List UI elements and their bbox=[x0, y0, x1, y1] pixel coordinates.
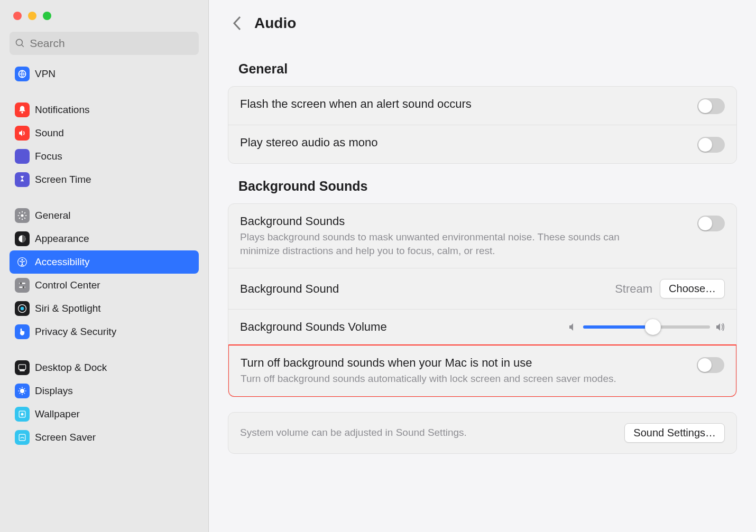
search-icon bbox=[15, 38, 25, 49]
sidebar-item-label: Privacy & Security bbox=[35, 326, 116, 338]
mono-audio-toggle[interactable] bbox=[697, 137, 725, 153]
maximize-window-button[interactable] bbox=[43, 12, 51, 20]
sidebar-item-vpn[interactable]: VPN bbox=[10, 62, 199, 86]
page-title: Audio bbox=[254, 15, 296, 32]
turnoff-label: Turn off background sounds when your Mac… bbox=[241, 356, 697, 370]
svg-point-10 bbox=[20, 282, 22, 284]
header: Audio bbox=[228, 0, 737, 46]
volume-slider[interactable] bbox=[583, 325, 710, 329]
sidebar-item-desktop-dock[interactable]: Desktop & Dock bbox=[10, 356, 199, 379]
close-window-button[interactable] bbox=[13, 12, 22, 20]
background-sounds-volume-label: Background Sounds Volume bbox=[240, 320, 568, 334]
sidebar-item-label: Focus bbox=[35, 151, 62, 162]
svg-point-7 bbox=[21, 259, 23, 260]
background-sound-label: Background Sound bbox=[240, 282, 615, 296]
flash-screen-toggle[interactable] bbox=[697, 98, 725, 114]
hand-icon bbox=[15, 324, 30, 339]
turnoff-toggle[interactable] bbox=[697, 357, 724, 373]
sidebar-item-screen-saver[interactable]: Screen Saver bbox=[10, 426, 199, 449]
sidebar-item-general[interactable]: General bbox=[10, 204, 199, 227]
background-sounds-volume-row: Background Sounds Volume bbox=[228, 310, 736, 345]
back-button[interactable] bbox=[228, 14, 247, 33]
sidebar-item-label: VPN bbox=[35, 68, 56, 80]
svg-point-13 bbox=[21, 307, 24, 311]
sidebar-item-sound[interactable]: Sound bbox=[10, 122, 199, 145]
chevron-left-icon bbox=[233, 16, 242, 31]
background-sounds-enable-desc: Plays background sounds to mask unwanted… bbox=[240, 230, 621, 257]
section-title-background-sounds: Background Sounds bbox=[238, 179, 737, 194]
svg-point-11 bbox=[22, 286, 24, 288]
sidebar-item-label: Control Center bbox=[35, 279, 100, 291]
svg-point-16 bbox=[20, 389, 24, 393]
moon-icon bbox=[15, 149, 30, 164]
general-panel: Flash the screen when an alert sound occ… bbox=[228, 86, 737, 164]
background-sounds-enable-label: Background Sounds bbox=[240, 214, 697, 228]
sidebar: VPNNotificationsSoundFocusScreen TimeGen… bbox=[0, 0, 209, 532]
sidebar-item-accessibility[interactable]: Accessibility bbox=[10, 250, 199, 274]
screensaver-icon bbox=[15, 430, 30, 445]
svg-point-4 bbox=[21, 214, 24, 217]
background-sounds-enable-row: Background Sounds Plays background sound… bbox=[228, 204, 736, 268]
volume-low-icon bbox=[568, 322, 578, 332]
main-content: Audio General Flash the screen when an a… bbox=[209, 0, 756, 532]
sound-settings-info: System volume can be adjusted in Sound S… bbox=[240, 427, 624, 438]
sidebar-item-label: Siri & Spotlight bbox=[35, 303, 101, 314]
choose-sound-button[interactable]: Choose… bbox=[660, 279, 725, 298]
volume-high-icon bbox=[715, 322, 725, 332]
svg-rect-14 bbox=[19, 365, 25, 369]
minimize-window-button[interactable] bbox=[28, 12, 36, 20]
siri-icon bbox=[15, 301, 30, 316]
accessibility-icon bbox=[15, 255, 30, 269]
display-icon bbox=[15, 384, 30, 398]
sidebar-item-appearance[interactable]: Appearance bbox=[10, 227, 199, 250]
controls-icon bbox=[15, 278, 30, 293]
sidebar-item-control-center[interactable]: Control Center bbox=[10, 274, 199, 297]
turnoff-desc: Turn off background sounds automatically… bbox=[241, 372, 621, 386]
svg-point-0 bbox=[16, 39, 23, 45]
sidebar-item-notifications[interactable]: Notifications bbox=[10, 98, 199, 122]
sound-settings-row: System volume can be adjusted in Sound S… bbox=[228, 413, 736, 453]
sidebar-item-label: Notifications bbox=[35, 104, 90, 116]
background-sounds-toggle[interactable] bbox=[697, 216, 725, 231]
window-controls bbox=[0, 0, 208, 32]
svg-point-18 bbox=[21, 413, 24, 416]
sidebar-item-label: Appearance bbox=[35, 233, 89, 245]
background-sound-choose-row: Background Sound Stream Choose… bbox=[228, 268, 736, 310]
sidebar-item-displays[interactable]: Displays bbox=[10, 379, 199, 403]
footer-panel: System volume can be adjusted in Sound S… bbox=[228, 412, 737, 454]
sidebar-item-label: Displays bbox=[35, 385, 73, 397]
gear-icon bbox=[15, 208, 30, 223]
speaker-icon bbox=[15, 126, 30, 141]
sound-settings-button[interactable]: Sound Settings… bbox=[624, 423, 725, 443]
sidebar-item-label: Accessibility bbox=[35, 256, 89, 268]
dock-icon bbox=[15, 360, 30, 375]
turnoff-when-not-in-use-row: Turn off background sounds when your Mac… bbox=[228, 344, 737, 397]
sidebar-item-label: Screen Time bbox=[35, 174, 91, 185]
sidebar-item-label: General bbox=[35, 210, 71, 221]
sidebar-item-focus[interactable]: Focus bbox=[10, 145, 199, 168]
sidebar-item-label: Sound bbox=[35, 127, 64, 139]
svg-rect-15 bbox=[20, 370, 25, 371]
appearance-icon bbox=[15, 231, 30, 246]
search-field[interactable] bbox=[10, 32, 199, 55]
sidebar-item-privacy-security[interactable]: Privacy & Security bbox=[10, 320, 199, 343]
sidebar-item-screen-time[interactable]: Screen Time bbox=[10, 168, 199, 191]
mono-audio-row: Play stereo audio as mono bbox=[228, 125, 736, 163]
hourglass-icon bbox=[15, 172, 30, 187]
sidebar-item-label: Wallpaper bbox=[35, 408, 80, 420]
section-title-general: General bbox=[238, 61, 737, 77]
bell-icon bbox=[15, 102, 30, 117]
sidebar-item-label: Screen Saver bbox=[35, 432, 96, 443]
sidebar-item-wallpaper[interactable]: Wallpaper bbox=[10, 403, 199, 426]
background-sound-value: Stream bbox=[615, 282, 652, 296]
flash-screen-row: Flash the screen when an alert sound occ… bbox=[228, 87, 736, 125]
flash-screen-label: Flash the screen when an alert sound occ… bbox=[240, 97, 697, 111]
sidebar-item-siri-spotlight[interactable]: Siri & Spotlight bbox=[10, 297, 199, 320]
search-input[interactable] bbox=[30, 37, 193, 50]
background-sounds-panel: Background Sounds Plays background sound… bbox=[228, 203, 737, 397]
sidebar-list: VPNNotificationsSoundFocusScreen TimeGen… bbox=[0, 62, 208, 532]
wallpaper-icon bbox=[15, 407, 30, 422]
sidebar-item-label: Desktop & Dock bbox=[35, 362, 107, 374]
svg-point-3 bbox=[21, 111, 23, 113]
svg-line-1 bbox=[22, 45, 24, 47]
